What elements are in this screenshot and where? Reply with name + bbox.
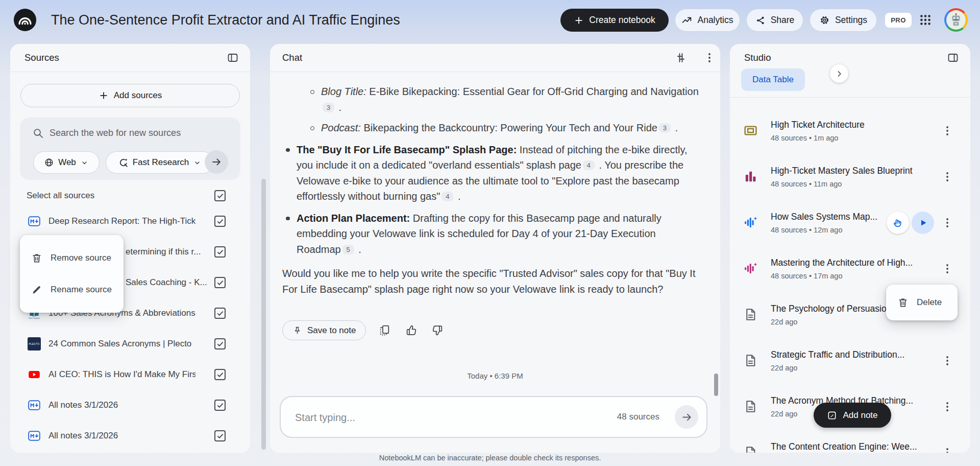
studio-item-more-icon[interactable] — [941, 401, 953, 413]
thumb-up-icon[interactable] — [405, 324, 418, 337]
play-audio-button[interactable] — [912, 212, 934, 234]
settings-button[interactable]: Settings — [810, 9, 877, 32]
chat-text-bold: The "Buy It For Life Basecamp" Splash Pa… — [297, 144, 517, 155]
note-doc-icon — [743, 445, 758, 453]
studio-item-title: The Psychology of Persuasion... — [771, 304, 899, 314]
search-input[interactable]: Search the web for new sources — [50, 118, 181, 148]
studio-item-row[interactable]: The Content Creation Engine: Wee...22d a… — [730, 430, 970, 453]
chat-panel-title: Chat — [282, 44, 302, 72]
studio-item-more-icon[interactable] — [941, 447, 953, 453]
source-checkbox[interactable] — [214, 430, 226, 441]
research-mode-dropdown[interactable]: Fast Research — [106, 151, 214, 174]
rename-source-menu-item[interactable]: Rename source — [20, 274, 124, 306]
studio-item-meta: 48 sources • 11m ago — [771, 180, 842, 188]
studio-items-list: High Ticket Architecture48 sources • 1m … — [730, 108, 970, 453]
citation-chip[interactable]: 4 — [442, 192, 453, 201]
chat-settings-icon[interactable] — [675, 52, 687, 64]
studio-item-meta: 48 sources • 1m ago — [771, 134, 838, 142]
youtube-icon — [28, 368, 41, 381]
sources-scrollbar[interactable] — [261, 179, 266, 450]
source-checkbox[interactable] — [214, 308, 226, 319]
data-table-chip[interactable]: Data Table — [741, 68, 805, 91]
search-submit-button[interactable] — [205, 150, 228, 174]
chat-messages: Blog Title: E-Bike Bikepacking: Essentia… — [282, 84, 700, 297]
studio-item-row[interactable]: How Sales Systems Map...48 sources • 12m… — [730, 200, 970, 246]
note-doc-icon — [743, 307, 758, 322]
arrow-right-icon — [211, 156, 222, 168]
chat-input-box: 48 sources — [280, 396, 707, 438]
copy-icon[interactable] — [378, 324, 391, 337]
studio-context-menu: Delete — [886, 285, 958, 320]
chat-panel: Chat Blog Title: E-Bike Bikepacking: Ess… — [270, 44, 720, 453]
remove-source-menu-item[interactable]: Remove source — [20, 242, 124, 274]
source-title: AI CEO: THIS is How I'd Make My First ..… — [48, 369, 195, 380]
audio-waveform-icon — [743, 261, 758, 276]
expand-studio-panel-icon[interactable] — [947, 52, 959, 64]
chat-text-input[interactable] — [294, 397, 582, 438]
source-row[interactable]: PLECTO24 Common Sales Acronyms | Plecto — [10, 329, 250, 359]
source-title: 24 Common Sales Acronyms | Plecto — [48, 339, 191, 349]
save-to-note-button[interactable]: Save to note — [282, 320, 366, 340]
flashcards-icon — [743, 123, 758, 138]
chat-more-options-icon[interactable] — [703, 52, 716, 64]
source-title: All notes 3/1/2026 — [48, 431, 118, 441]
studio-item-more-icon[interactable] — [941, 171, 953, 183]
notebooklm-app: The One-Sentence Profit Extractor and AI… — [0, 0, 980, 466]
chat-text: Would you like me to help you write the … — [282, 268, 695, 295]
studio-item-title: How Sales Systems Map... — [771, 212, 877, 222]
rename-source-label: Rename source — [51, 285, 112, 295]
source-checkbox[interactable] — [214, 338, 226, 350]
select-all-sources-label: Select all sources — [27, 185, 94, 206]
source-row[interactable]: Deep Research Report: The High-Tick... — [10, 206, 250, 237]
studio-item-more-icon[interactable] — [941, 217, 953, 229]
chat-text-bold: Action Plan Placement: — [297, 213, 410, 224]
source-checkbox[interactable] — [214, 246, 226, 258]
studio-item-more-icon[interactable] — [941, 263, 953, 275]
add-sources-button[interactable]: Add sources — [20, 84, 240, 107]
source-checkbox[interactable] — [214, 277, 226, 288]
divider — [270, 72, 720, 72]
create-notebook-button[interactable]: Create notebook — [560, 9, 669, 32]
divider — [10, 72, 250, 72]
citation-chip[interactable]: 5 — [342, 245, 354, 254]
delete-menu-item[interactable]: Delete — [886, 287, 958, 318]
citation-chip[interactable]: 4 — [583, 160, 595, 170]
note-doc-icon — [743, 399, 758, 414]
source-checkbox[interactable] — [214, 400, 226, 411]
citation-chip[interactable]: 3 — [323, 103, 334, 112]
share-button[interactable]: Share — [746, 9, 803, 32]
studio-item-row[interactable]: High Ticket Architecture48 sources • 1m … — [730, 108, 970, 154]
chat-scrollbar[interactable] — [714, 374, 718, 396]
collapse-sources-panel-icon[interactable] — [227, 52, 239, 64]
send-message-button[interactable] — [675, 405, 698, 429]
share-icon — [755, 15, 766, 26]
bar-chart-icon — [743, 169, 758, 184]
analytics-button[interactable]: Analytics — [675, 9, 740, 32]
thumb-down-icon[interactable] — [431, 324, 444, 337]
source-row[interactable]: All notes 3/1/2026 — [10, 390, 250, 421]
citation-chip[interactable]: 3 — [659, 123, 671, 133]
source-row[interactable]: All notes 3/1/2026 — [10, 421, 250, 451]
markdown-source-icon — [28, 429, 41, 442]
user-avatar[interactable] — [944, 8, 968, 32]
robot-avatar-image — [948, 12, 964, 28]
play-icon — [917, 217, 929, 229]
studio-item-more-icon[interactable] — [941, 125, 953, 137]
source-checkbox[interactable] — [214, 369, 226, 380]
source-checkbox[interactable] — [214, 216, 226, 227]
fast-research-icon — [118, 157, 129, 168]
select-all-checkbox[interactable] — [214, 190, 226, 201]
web-filter-dropdown[interactable]: Web — [33, 151, 100, 174]
add-note-button[interactable]: Add note — [814, 403, 891, 428]
chip-next-button[interactable] — [830, 64, 848, 83]
web-filter-label: Web — [58, 157, 76, 168]
chevron-down-icon — [193, 158, 202, 167]
source-row[interactable]: AI CEO: THIS is How I'd Make My First ..… — [10, 359, 250, 390]
studio-item-row[interactable]: High-Ticket Mastery Sales Blueprint48 so… — [730, 154, 970, 200]
notebooklm-logo-icon[interactable] — [13, 8, 37, 32]
research-mode-label: Fast Research — [133, 157, 189, 168]
studio-item-row[interactable]: Strategic Traffic and Distribution...22d… — [730, 338, 970, 384]
studio-item-more-icon[interactable] — [941, 355, 953, 367]
interactive-mode-button[interactable] — [887, 212, 909, 234]
apps-grid-icon[interactable] — [919, 13, 932, 27]
